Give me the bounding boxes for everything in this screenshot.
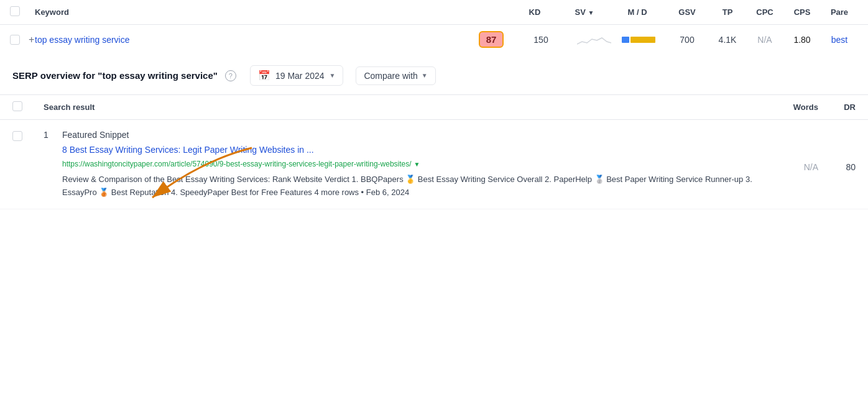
cpc-value: N/A	[757, 35, 772, 45]
header-tp: TP	[709, 7, 746, 17]
compare-chevron-icon: ▼	[422, 72, 428, 79]
header-kd: KD	[510, 7, 560, 17]
cps-value: 1.80	[793, 35, 810, 45]
date-chevron-icon: ▼	[330, 72, 336, 79]
trend-sparkline	[577, 33, 611, 47]
search-results-header: Search result Words DR	[0, 95, 868, 120]
add-keyword-button[interactable]: +	[29, 34, 34, 45]
header-keyword: Keyword	[35, 7, 510, 17]
gsv-value: 700	[680, 35, 694, 45]
keyword-link[interactable]: top essay writing service	[35, 35, 130, 45]
date-label: 19 Mar 2024	[275, 71, 325, 81]
result-row: 1 Featured Snippet 8 Best Essay Writing …	[0, 120, 868, 209]
sort-arrow-icon: ▼	[588, 9, 594, 16]
url-dropdown-icon[interactable]: ▼	[414, 160, 420, 169]
result-content: Featured Snippet 8 Best Essay Writing Se…	[62, 130, 769, 199]
serp-overview-title: SERP overview for "top essay writing ser…	[12, 70, 218, 81]
sr-select-all-checkbox[interactable]	[12, 101, 22, 111]
result-number: 1	[44, 130, 62, 140]
header-sv[interactable]: SV ▼	[560, 7, 609, 17]
table-header: Keyword KD SV ▼ M / D GSV TP CPC CPS Par…	[0, 0, 868, 25]
col-words: Words	[769, 102, 818, 112]
serp-overview-header: SERP overview for "top essay writing ser…	[0, 54, 868, 95]
result-dr: 80	[818, 130, 856, 172]
sv-value: 150	[533, 35, 548, 45]
compare-with-button[interactable]: Compare with ▼	[356, 66, 435, 85]
result-checkbox[interactable]	[12, 131, 22, 141]
result-title-link[interactable]: 8 Best Essay Writing Services: Legit Pap…	[62, 144, 769, 157]
result-description: Review & Comparison of the Best Essay Wr…	[62, 173, 769, 199]
featured-snippet-label: Featured Snippet	[62, 130, 769, 140]
select-all-checkbox[interactable]	[10, 6, 20, 16]
header-pare: Pare	[821, 7, 858, 17]
compare-with-label: Compare with	[364, 71, 417, 81]
gsv-bar	[622, 37, 665, 43]
result-url[interactable]: https://washingtoncitypaper.com/article/…	[62, 159, 769, 170]
keyword-row: + top essay writing service 87 150 700	[0, 25, 868, 54]
help-icon[interactable]: ?	[225, 70, 236, 81]
result-words: N/A	[769, 130, 818, 172]
date-selector[interactable]: 📅 19 Mar 2024 ▼	[250, 65, 344, 86]
header-cps: CPS	[783, 7, 821, 17]
calendar-icon: 📅	[258, 70, 270, 81]
col-search-result: Search result	[44, 102, 769, 112]
header-cpc: CPC	[746, 7, 783, 17]
row-checkbox[interactable]	[10, 35, 20, 45]
kd-badge: 87	[479, 31, 504, 48]
col-dr: DR	[818, 102, 856, 112]
header-md: M / D	[609, 7, 665, 17]
pare-link[interactable]: best	[831, 35, 847, 45]
header-gsv: GSV	[665, 7, 709, 17]
tp-value: 4.1K	[719, 35, 737, 45]
